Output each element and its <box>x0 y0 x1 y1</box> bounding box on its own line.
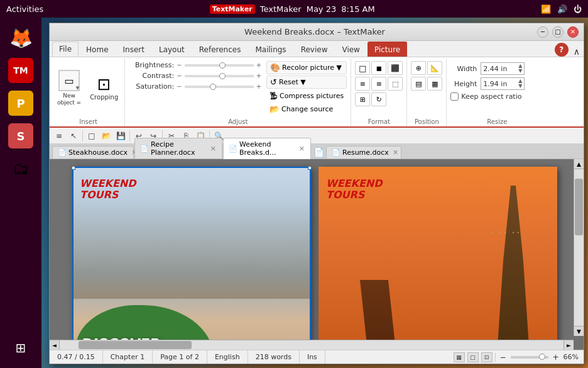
scroll-up-button[interactable]: ▲ <box>574 159 584 169</box>
position-row-1: ⊕ 📐 <box>411 61 442 75</box>
doc-tab-steakhouse[interactable]: 📄 Steakhouse.docx ✕ <box>52 146 134 159</box>
format-btn-rotate[interactable]: ↻ <box>371 92 386 106</box>
maximize-button[interactable]: □ <box>552 26 564 38</box>
view-normal-button[interactable]: ▦ <box>454 352 465 362</box>
brightness-slider[interactable] <box>185 64 254 67</box>
recolor-picture-button[interactable]: 🎨 Recolor picture ▼ <box>266 61 347 74</box>
scroll-track-v[interactable] <box>574 169 584 326</box>
tab-references[interactable]: References <box>192 42 248 57</box>
tool-save[interactable]: 💾 <box>114 129 128 143</box>
vertical-scrollbar[interactable]: ▲ ▼ <box>574 159 584 336</box>
doc-tab-icon-3: 📄 <box>229 145 237 153</box>
tab-review[interactable]: Review <box>294 42 335 57</box>
ribbon-content: ▭ ▼ Newobject = ⊡ Cropping Insert Bright… <box>50 57 584 128</box>
doc-tab-recipe[interactable]: 📄 Recipe Planner.docx ✕ <box>134 138 222 159</box>
doc-tab-weekend[interactable]: 📄 Weekend Breaks.d... ✕ <box>223 138 311 159</box>
tab-view[interactable]: View <box>335 42 366 57</box>
tool-new[interactable]: □ <box>85 129 99 143</box>
taskbar-presentations[interactable]: S <box>6 121 36 151</box>
zoom-slider[interactable] <box>511 356 548 359</box>
contrast-minus[interactable]: − <box>177 72 182 79</box>
ribbon-group-format-content: □ ◼ ⬛ ≡ ≡ ⬚ ⊞ ↻ <box>355 59 403 126</box>
tool-cursor[interactable]: ↖ <box>67 129 80 143</box>
height-spinbox[interactable]: 1.94 in ▲ ▼ <box>481 77 525 90</box>
tab-mailings[interactable]: Mailings <box>248 42 293 57</box>
system-bar: Activities TextMaker TextMaker May 23 8:… <box>0 0 588 18</box>
cropping-button[interactable]: ⊡ Cropping <box>86 74 122 103</box>
power-icon[interactable]: ⏻ <box>574 4 582 14</box>
doc-tab-close-3[interactable]: ✕ <box>298 145 305 153</box>
contrast-plus[interactable]: + <box>256 72 261 79</box>
network-icon[interactable]: 📶 <box>541 4 551 14</box>
doc-tab-resume[interactable]: 📄 Resume.docx ✕ <box>326 146 401 159</box>
taskbar-grid-button[interactable]: ⊞ <box>6 333 36 363</box>
tool-open[interactable]: 📂 <box>99 129 113 143</box>
format-btn-crop[interactable]: ≡ <box>355 77 370 91</box>
zoom-in-button[interactable]: + <box>551 352 561 362</box>
brightness-plus[interactable]: + <box>256 62 261 69</box>
pos-btn-3[interactable]: ▤ <box>411 77 426 91</box>
format-btn-shadow[interactable]: ◼ <box>371 61 386 75</box>
width-spinbox[interactable]: 2.44 in ▲ ▼ <box>481 62 525 75</box>
taskbar-firefox[interactable]: 🦊 <box>6 23 36 53</box>
pos-btn-1[interactable]: ⊕ <box>411 61 426 75</box>
view-outline-button[interactable]: □ <box>467 352 479 362</box>
status-page: Page 1 of 2 <box>153 350 207 364</box>
width-spinner[interactable]: ▲ ▼ <box>518 64 522 74</box>
selection-handle-tl[interactable] <box>72 167 75 170</box>
selection-handle-tr[interactable] <box>308 167 311 170</box>
paris-birds: ∙ · ∙ ∙ · ∙ ∙ <box>491 230 520 235</box>
doc-scroll-area[interactable]: WEEKEND TOURS DISCOVERYOUR FAVORITECITY!… <box>50 159 584 350</box>
tab-layout[interactable]: Layout <box>152 42 192 57</box>
minimize-button[interactable]: ─ <box>537 26 548 38</box>
doc-tab-label-2: Recipe Planner.docx <box>151 140 207 157</box>
scroll-thumb-h[interactable] <box>79 341 192 349</box>
format-btn-other[interactable]: ⬚ <box>388 77 403 91</box>
height-spinner[interactable]: ▲ ▼ <box>518 79 522 89</box>
change-source-button[interactable]: 📂 Change source <box>266 103 347 115</box>
tab-insert[interactable]: Insert <box>116 42 151 57</box>
view-web-button[interactable]: ⊡ <box>481 352 493 362</box>
saturation-plus[interactable]: + <box>256 83 261 90</box>
tab-file[interactable]: File <box>52 42 79 57</box>
cropping-label: Cropping <box>90 94 118 101</box>
format-btn-effects[interactable]: ⬛ <box>388 61 403 75</box>
doc-tab-close-4[interactable]: ✕ <box>392 148 399 157</box>
scroll-left-button[interactable]: ◄ <box>50 340 60 350</box>
reset-button[interactable]: ↺ Reset ▼ <box>266 75 347 89</box>
saturation-slider[interactable] <box>185 86 254 88</box>
tab-home[interactable]: Home <box>79 42 115 57</box>
format-btn-align[interactable]: ≡ <box>371 77 386 91</box>
recolor-label: Recolor picture ▼ <box>282 64 342 72</box>
pos-btn-2[interactable]: 📐 <box>427 61 442 75</box>
taskbar-textmaker[interactable]: TM <box>6 55 36 86</box>
ribbon-collapse-button[interactable]: ∧ <box>571 47 582 57</box>
close-button[interactable]: ✕ <box>567 26 579 38</box>
sound-icon[interactable]: 🔊 <box>557 4 567 14</box>
scroll-down-button[interactable]: ▼ <box>574 326 584 336</box>
system-bar-activities[interactable]: Activities <box>6 4 43 14</box>
tool-menu[interactable]: ≡ <box>52 129 66 143</box>
keep-aspect-checkbox[interactable] <box>450 92 459 101</box>
scroll-right-button[interactable]: ► <box>564 340 574 350</box>
pos-btn-4[interactable]: ▦ <box>427 77 442 91</box>
tab-picture[interactable]: Picture <box>368 42 407 57</box>
horizontal-scrollbar[interactable]: ◄ ► <box>50 340 574 350</box>
saturation-minus[interactable]: − <box>177 83 182 90</box>
brightness-minus[interactable]: − <box>177 62 182 69</box>
new-object-button[interactable]: ▭ ▼ Newobject = <box>55 68 84 108</box>
scroll-track-h[interactable] <box>60 340 564 350</box>
scroll-thumb-v[interactable] <box>575 179 583 235</box>
doc-tab-new[interactable]: 📄 <box>312 146 325 159</box>
format-btn-border[interactable]: □ <box>355 61 370 75</box>
width-value: 2.44 in <box>483 65 507 73</box>
zoom-out-button[interactable]: − <box>498 352 508 362</box>
taskbar-planmaker[interactable]: P <box>6 88 36 118</box>
ribbon-help-button[interactable]: ? <box>555 43 569 57</box>
venice-architecture <box>72 198 311 299</box>
format-btn-group[interactable]: ⊞ <box>355 92 370 106</box>
contrast-slider[interactable] <box>185 75 254 77</box>
taskbar-filemanager[interactable]: 🗂 <box>6 153 36 184</box>
doc-tab-close-2[interactable]: ✕ <box>210 145 217 153</box>
compress-pictures-button[interactable]: 🗜 Compress pictures <box>266 90 347 102</box>
